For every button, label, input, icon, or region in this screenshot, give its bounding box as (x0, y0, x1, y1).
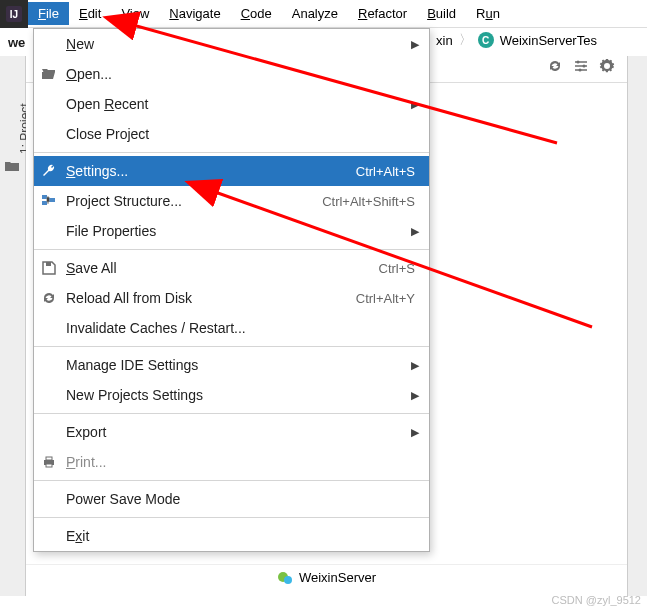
submenu-arrow-icon: ▶ (411, 225, 419, 238)
menu-separator (34, 249, 429, 250)
sliders-icon[interactable] (573, 58, 589, 74)
svg-rect-9 (46, 262, 51, 266)
blank-icon (40, 95, 58, 113)
menuitem-label: Export (66, 424, 403, 440)
save-icon (40, 259, 58, 277)
menuitem-exit[interactable]: Exit (34, 521, 429, 551)
menuitem-reload-all-from-disk[interactable]: Reload All from DiskCtrl+Alt+Y (34, 283, 429, 313)
folder-open-icon (40, 65, 58, 83)
menuitem-label: Print... (66, 454, 419, 470)
submenu-arrow-icon: ▶ (411, 426, 419, 439)
menubar: IJ FileEditViewNavigateCodeAnalyzeRefact… (0, 0, 647, 28)
menu-refactor[interactable]: Refactor (348, 2, 417, 25)
cycle-icon[interactable] (547, 58, 563, 74)
menuitem-project-structure[interactable]: Project Structure...Ctrl+Alt+Shift+S (34, 186, 429, 216)
menuitem-label: New (66, 36, 403, 52)
blank-icon (40, 356, 58, 374)
menu-separator (34, 152, 429, 153)
menuitem-label: Manage IDE Settings (66, 357, 403, 373)
menu-analyze[interactable]: Analyze (282, 2, 348, 25)
menuitem-label: Power Save Mode (66, 491, 419, 507)
menuitem-save-all[interactable]: Save AllCtrl+S (34, 253, 429, 283)
menu-edit[interactable]: Edit (69, 2, 111, 25)
right-tool-window-bar (627, 56, 647, 596)
shortcut-label: Ctrl+Alt+Shift+S (322, 194, 415, 209)
class-icon: C (478, 32, 494, 48)
menuitem-label: Save All (66, 260, 371, 276)
menu-separator (34, 413, 429, 414)
shortcut-label: Ctrl+Alt+S (356, 164, 415, 179)
menuitem-new-projects-settings[interactable]: New Projects Settings▶ (34, 380, 429, 410)
menuitem-label: Project Structure... (66, 193, 314, 209)
menuitem-export[interactable]: Export▶ (34, 417, 429, 447)
file-menu-dropdown: New▶Open...Open Recent▶Close ProjectSett… (33, 28, 430, 552)
bottom-tab-label: WeixinServer (299, 570, 376, 585)
svg-point-2 (577, 61, 580, 64)
weixin-icon (277, 570, 293, 586)
gear-icon[interactable] (599, 58, 615, 74)
blank-icon (40, 386, 58, 404)
submenu-arrow-icon: ▶ (411, 359, 419, 372)
svg-point-14 (284, 576, 292, 584)
menuitem-label: Close Project (66, 126, 419, 142)
menu-view[interactable]: View (111, 2, 159, 25)
left-tool-window-bar[interactable]: 1: Project (0, 56, 26, 596)
blank-icon (40, 35, 58, 53)
menuitem-label: Exit (66, 528, 419, 544)
project-icon (5, 160, 19, 172)
blank-icon (40, 319, 58, 337)
submenu-arrow-icon: ▶ (411, 38, 419, 51)
menuitem-power-save-mode[interactable]: Power Save Mode (34, 484, 429, 514)
chevron-right-icon: 〉 (459, 31, 472, 49)
menuitem-label: New Projects Settings (66, 387, 403, 403)
menuitem-new[interactable]: New▶ (34, 29, 429, 59)
breadcrumb-tail[interactable]: xin 〉 C WeixinServerTes (436, 31, 597, 49)
menuitem-label: Settings... (66, 163, 348, 179)
blank-icon (40, 423, 58, 441)
menu-separator (34, 517, 429, 518)
svg-point-4 (579, 69, 582, 72)
bottom-tab-bar[interactable]: WeixinServer (26, 564, 627, 590)
submenu-arrow-icon: ▶ (411, 389, 419, 402)
svg-rect-12 (46, 464, 52, 467)
menuitem-print: Print... (34, 447, 429, 477)
svg-rect-6 (42, 195, 47, 199)
svg-point-3 (583, 65, 586, 68)
svg-rect-8 (49, 198, 55, 202)
svg-text:IJ: IJ (10, 9, 18, 20)
menuitem-label: File Properties (66, 223, 403, 239)
blank-icon (40, 125, 58, 143)
menu-separator (34, 480, 429, 481)
reload-icon (40, 289, 58, 307)
svg-rect-11 (46, 457, 52, 460)
menuitem-file-properties[interactable]: File Properties▶ (34, 216, 429, 246)
shortcut-label: Ctrl+Alt+Y (356, 291, 415, 306)
menuitem-open-recent[interactable]: Open Recent▶ (34, 89, 429, 119)
project-structure-icon (40, 192, 58, 210)
menu-build[interactable]: Build (417, 2, 466, 25)
menuitem-open[interactable]: Open... (34, 59, 429, 89)
menu-code[interactable]: Code (231, 2, 282, 25)
menuitem-label: Open... (66, 66, 419, 82)
menuitem-invalidate-caches-restart[interactable]: Invalidate Caches / Restart... (34, 313, 429, 343)
blank-icon (40, 527, 58, 545)
submenu-arrow-icon: ▶ (411, 98, 419, 111)
svg-rect-7 (42, 201, 47, 205)
menu-file[interactable]: File (28, 2, 69, 25)
menu-navigate[interactable]: Navigate (159, 2, 230, 25)
menuitem-label: Invalidate Caches / Restart... (66, 320, 419, 336)
menuitem-manage-ide-settings[interactable]: Manage IDE Settings▶ (34, 350, 429, 380)
wrench-icon (40, 162, 58, 180)
watermark: CSDN @zyl_9512 (552, 594, 641, 606)
menu-run[interactable]: Run (466, 2, 510, 25)
menuitem-label: Open Recent (66, 96, 403, 112)
menuitem-close-project[interactable]: Close Project (34, 119, 429, 149)
app-icon: IJ (0, 0, 28, 28)
blank-icon (40, 490, 58, 508)
breadcrumb-left: we (8, 35, 25, 50)
menuitem-settings[interactable]: Settings...Ctrl+Alt+S (34, 156, 429, 186)
menu-separator (34, 346, 429, 347)
shortcut-label: Ctrl+S (379, 261, 415, 276)
menuitem-label: Reload All from Disk (66, 290, 348, 306)
blank-icon (40, 222, 58, 240)
